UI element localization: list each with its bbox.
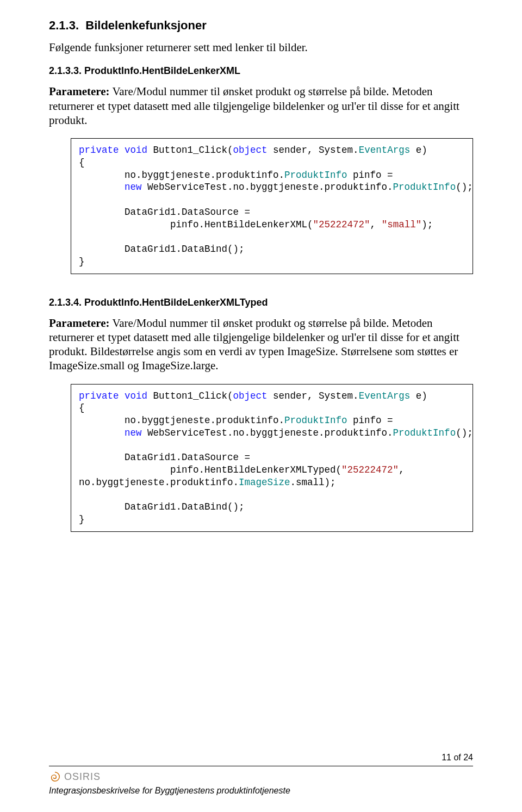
type: ProduktInfo — [284, 415, 347, 426]
section-intro: Følgende funksjoner returnerer sett med … — [49, 40, 473, 54]
kw: new — [125, 182, 142, 193]
code: } — [79, 256, 85, 267]
heading-title: ProduktInfo.HentBildeLenkerXML — [84, 65, 240, 76]
code: ); — [421, 219, 433, 230]
type: EventArgs — [359, 390, 411, 401]
type: EventArgs — [359, 145, 411, 156]
osiris-logo: OSIRIS — [49, 771, 101, 783]
code: , — [370, 219, 382, 230]
kw: void — [125, 390, 147, 401]
content: 2.1.3. Bildelenkefunksjoner Følgende fun… — [49, 16, 473, 736]
type: ProduktInfo — [393, 182, 456, 193]
code: DataGrid1.DataSource = — [79, 207, 256, 218]
string: "small" — [382, 219, 422, 230]
heading-number: 2.1.3.4. — [49, 297, 82, 308]
code: DataGrid1.DataSource = — [79, 452, 256, 463]
code: WebServiceTest.no.byggtjeneste.produktin… — [142, 182, 393, 193]
code: , — [399, 464, 410, 475]
heading-title: ProduktInfo.HentBildeLenkerXMLTyped — [84, 297, 268, 308]
code: .small); — [290, 477, 336, 488]
section-body: Parametere: Vare/Modul nummer til ønsket… — [49, 84, 473, 127]
page-number: 11 of 24 — [49, 753, 473, 763]
code: no.byggtjeneste.produktinfo. — [79, 415, 284, 426]
type: ProduktInfo — [284, 170, 347, 181]
code: { — [79, 157, 85, 168]
code-block-1: private void Button1_Click(object sender… — [71, 138, 473, 274]
code: Button1_Click( — [147, 145, 233, 156]
code: no.byggtjeneste.produktinfo. — [79, 477, 239, 488]
section-body: Parametere: Vare/Modul nummer til ønsket… — [49, 316, 473, 373]
kw: object — [233, 145, 268, 156]
code — [79, 182, 125, 193]
string: "25222472" — [313, 219, 370, 230]
footer-logo-line: OSIRIS — [49, 771, 473, 783]
type: ImageSize — [239, 477, 290, 488]
code: DataGrid1.DataBind(); — [79, 501, 245, 512]
param-label: Parametere: — [49, 317, 110, 330]
code: { — [79, 402, 85, 413]
type: ProduktInfo — [393, 427, 456, 438]
code-block-2: private void Button1_Click(object sender… — [71, 384, 473, 532]
kw: new — [125, 427, 142, 438]
heading-2-1-3: 2.1.3. Bildelenkefunksjoner — [49, 18, 473, 33]
code: e) — [410, 390, 427, 401]
code: } — [79, 514, 85, 525]
param-label: Parametere: — [49, 85, 110, 98]
kw: private — [79, 390, 119, 401]
code — [79, 427, 125, 438]
swirl-icon — [49, 771, 61, 783]
string: "25222472" — [341, 464, 399, 475]
page: 2.1.3. Bildelenkefunksjoner Følgende fun… — [0, 0, 522, 812]
code: pinfo = — [347, 415, 399, 426]
code: DataGrid1.DataBind(); — [79, 244, 245, 255]
code: no.byggtjeneste.produktinfo. — [79, 170, 284, 181]
code: sender, System. — [268, 390, 359, 401]
heading-2-1-3-4: 2.1.3.4. ProduktInfo.HentBildeLenkerXMLT… — [49, 297, 473, 308]
code: pinfo.HentBildeLenkerXML( — [79, 219, 313, 230]
code: (); — [456, 182, 473, 193]
code: (); — [456, 427, 473, 438]
kw: void — [125, 145, 147, 156]
heading-title: Bildelenkefunksjoner — [85, 18, 207, 32]
heading-number: 2.1.3. — [49, 18, 79, 32]
footer-tagline: Integrasjonsbeskrivelse for Byggtjeneste… — [49, 786, 473, 796]
kw: object — [233, 390, 268, 401]
kw: private — [79, 145, 119, 156]
heading-2-1-3-3: 2.1.3.3. ProduktInfo.HentBildeLenkerXML — [49, 65, 473, 77]
code: Button1_Click( — [147, 390, 233, 401]
code: pinfo = — [347, 170, 399, 181]
logo-text: OSIRIS — [64, 771, 101, 783]
code: WebServiceTest.no.byggtjeneste.produktin… — [142, 427, 393, 438]
code: e) — [410, 145, 427, 156]
footer-divider — [49, 766, 473, 766]
heading-number: 2.1.3.3. — [49, 65, 82, 76]
code: pinfo.HentBildeLenkerXMLTyped( — [79, 464, 341, 475]
footer: 11 of 24 OSIRIS Integrasjonsbeskrivelse … — [49, 736, 473, 796]
code: sender, System. — [268, 145, 359, 156]
